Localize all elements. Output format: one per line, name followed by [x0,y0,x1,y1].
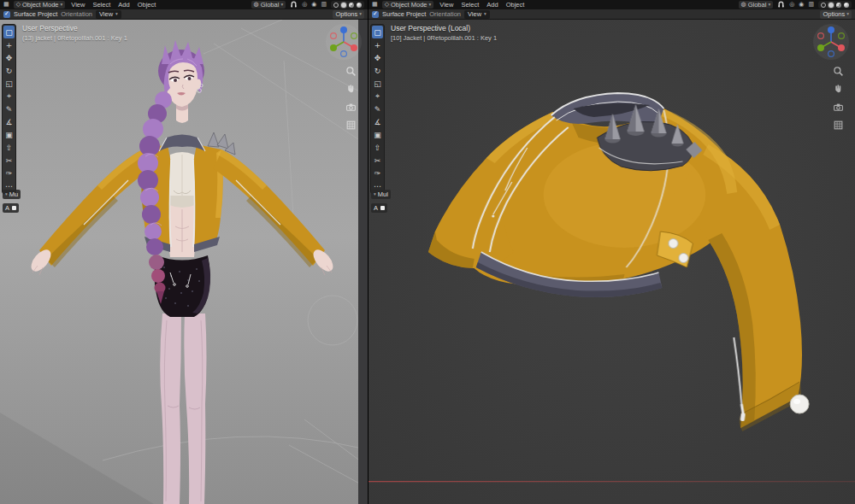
menu-view[interactable]: View [438,1,455,9]
transform-orientation-dropdown[interactable]: ◍ Global ▾ [251,1,286,9]
proportional-editing-icon[interactable]: ◎ [302,2,307,8]
tool-move[interactable]: ✥ [372,51,383,64]
menu-object[interactable]: Object [504,1,527,9]
3d-scene-right[interactable] [369,20,855,504]
tool-rotate[interactable]: ↻ [372,64,383,77]
tool-measure[interactable]: ∡ [372,115,383,128]
orientation-dropdown[interactable]: View ▾ [96,10,121,19]
solid-shading-icon[interactable] [828,3,834,8]
viewport-canvas-right[interactable]: ▢ + ✥ ↻ ◱ ⌖ ✎ ∡ ▣ ⇧ ✂ ✑ ⋯ User Perspecti… [369,20,855,504]
tool-cursor[interactable]: + [3,38,15,51]
tool-scale[interactable]: ◱ [3,77,15,90]
tool-extrude[interactable]: ⇧ [372,141,383,154]
pan-hand-icon[interactable] [833,84,844,95]
annotate-color-swatch[interactable] [12,206,16,210]
xray-icon[interactable]: ▥ [321,2,327,8]
tool-transform[interactable]: ⌖ [372,90,383,103]
orientation-value: View [468,10,481,18]
options-label: Options [335,10,357,18]
toolbar-left: ▢ + ✥ ↻ ◱ ⌖ ✎ ∡ ▣ ⇧ ✂ ✑ ⋯ [2,24,16,194]
overlays-icon[interactable]: ◉ [311,2,316,8]
surface-project-checkbox[interactable]: ✓ [3,11,10,18]
proportional-editing-icon[interactable]: ◎ [789,2,794,8]
tool-move[interactable]: ✥ [3,51,15,64]
camera-view-icon[interactable] [833,102,844,113]
tool-transform[interactable]: ⌖ [3,90,15,103]
snap-magnet-icon[interactable] [290,0,298,9]
wireframe-shading-icon[interactable] [333,3,339,8]
menu-select[interactable]: Select [91,1,112,9]
annotate-badge-left[interactable]: A [3,203,19,213]
tool-select-box[interactable]: ▢ [372,26,383,38]
rendered-shading-icon[interactable] [844,3,849,8]
annotate-badge-right[interactable]: A [371,203,387,213]
transform-orientation-dropdown[interactable]: ◍ Global ▾ [739,1,774,9]
menu-add[interactable]: Add [485,1,499,9]
menu-object[interactable]: Object [136,1,158,9]
tool-add-cube[interactable]: ▣ [372,128,383,141]
rendered-shading-icon[interactable] [357,3,362,8]
snap-magnet-icon[interactable] [777,0,785,9]
x-axis-line [369,481,855,482]
tool-rotate[interactable]: ↻ [3,64,15,77]
ortho-toggle-icon[interactable] [833,120,844,131]
mode-label: Object Mode [391,1,428,9]
orientation-global-label: Global [748,1,767,9]
navigation-gizmo-left[interactable] [325,23,363,61]
editor-type-icon[interactable]: ▦ [372,2,378,8]
blender-window: ▦ ◇ Object Mode ▾ View Select Add Object… [0,0,855,504]
tool-brush[interactable]: ✑ [372,167,383,179]
orientation-label: Orientation [429,10,461,18]
orientation-dropdown[interactable]: View ▾ [464,10,490,19]
chevron-down-icon: ▾ [61,3,63,8]
tool-scale[interactable]: ◱ [372,77,383,90]
collapsed-panel-toggle-left[interactable]: ▾ Mu [3,190,21,199]
chevron-down-icon: ▾ [5,192,8,197]
viewport-header-left: ▦ ◇ Object Mode ▾ View Select Add Object… [0,0,368,9]
menu-select[interactable]: Select [459,1,481,9]
chevron-down-icon: ▾ [429,3,432,8]
surface-project-checkbox[interactable]: ✓ [372,11,379,18]
solid-shading-icon[interactable] [341,3,346,8]
tool-brush[interactable]: ✑ [3,167,15,179]
mode-dropdown[interactable]: ◇ Object Mode ▾ [14,1,66,9]
viewport-canvas-left[interactable]: ▢ + ✥ ↻ ◱ ⌖ ✎ ∡ ▣ ⇧ ✂ ✑ ⋯ User Perspecti… [0,20,368,504]
tool-extrude[interactable]: ⇧ [3,141,15,154]
tool-add-cube[interactable]: ▣ [3,128,15,141]
editor-type-icon[interactable]: ▦ [3,2,9,8]
mode-dropdown[interactable]: ◇ Object Mode ▾ [382,1,434,9]
menu-view[interactable]: View [69,1,86,9]
tool-knife[interactable]: ✂ [372,154,383,167]
options-label: Options [823,10,845,18]
chevron-down-icon: ▾ [484,12,486,17]
zoom-icon[interactable] [345,66,357,77]
collapsed-panel-toggle-right[interactable]: ▾ Mul [371,190,391,199]
3d-scene-left[interactable] [0,20,368,504]
navigation-gizmo-right[interactable] [812,23,850,61]
tool-annotate[interactable]: ✎ [372,103,383,115]
material-shading-icon[interactable] [349,3,354,8]
xray-icon[interactable]: ▥ [808,2,814,8]
chevron-down-icon: ▾ [115,12,118,17]
zoom-icon[interactable] [833,66,844,77]
tool-select-box[interactable]: ▢ [3,26,15,38]
options-dropdown[interactable]: Options ▾ [333,10,364,19]
options-dropdown[interactable]: Options ▾ [820,10,852,19]
camera-view-icon[interactable] [345,102,357,113]
annotate-color-swatch[interactable] [380,206,385,210]
globe-icon: ◍ [741,2,746,8]
overlays-icon[interactable]: ◉ [799,2,804,8]
toolbar-right: ▢ + ✥ ↻ ◱ ⌖ ✎ ∡ ▣ ⇧ ✂ ✑ ⋯ [370,24,385,194]
wireframe-shading-icon[interactable] [821,3,826,8]
pan-hand-icon[interactable] [345,84,357,95]
tool-cursor[interactable]: + [372,38,383,51]
orientation-value: View [99,10,113,18]
tool-annotate[interactable]: ✎ [3,103,15,115]
menu-add[interactable]: Add [116,1,131,9]
material-shading-icon[interactable] [836,3,841,8]
shading-mode-group [818,1,852,9]
viewport-nav-controls-left [345,66,357,131]
ortho-toggle-icon[interactable] [345,120,357,131]
tool-knife[interactable]: ✂ [3,154,15,167]
tool-measure[interactable]: ∡ [3,115,15,128]
